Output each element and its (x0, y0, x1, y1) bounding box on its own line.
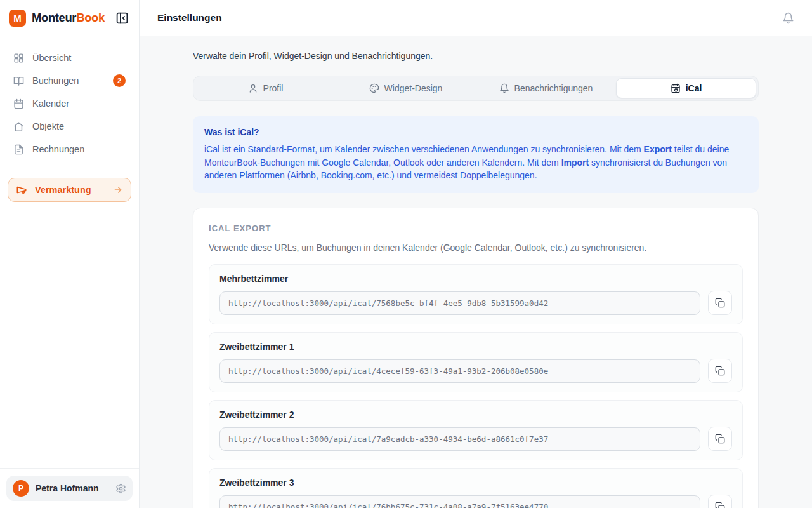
ical-url-input[interactable] (219, 291, 700, 315)
sidebar-nav: Übersicht Buchungen 2 Kalender Objekte (0, 36, 139, 202)
copy-icon (715, 434, 725, 444)
sidebar-collapse-button[interactable] (114, 10, 130, 26)
sidebar-footer: P Petra Hofmann (0, 468, 139, 508)
page-subtitle: Verwalte dein Profil, Widget-Design und … (193, 51, 759, 61)
copy-url-button[interactable] (708, 495, 732, 508)
settings-tabs: Profil Widget-Design Benachrichtigungen (193, 76, 759, 101)
room-row-zweibettzimmer-3: Zweibettzimmer 3 (209, 468, 743, 508)
tab-label: Benachrichtigungen (514, 83, 593, 93)
user-icon (248, 83, 258, 93)
copy-icon (715, 366, 725, 376)
bookings-count-badge: 2 (113, 74, 126, 87)
book-icon (13, 76, 24, 86)
room-row-zweibettzimmer-2: Zweibettzimmer 2 (209, 400, 743, 460)
invoice-icon (13, 144, 24, 155)
logo-mark: M (9, 10, 26, 27)
app-logo[interactable]: M MonteurBook (9, 10, 105, 27)
copy-url-button[interactable] (708, 427, 732, 451)
bell-icon (499, 83, 509, 93)
tab-profil[interactable]: Profil (195, 78, 336, 98)
logo-text: MonteurBook (32, 11, 105, 25)
sidebar-item-label: Rechnungen (32, 144, 84, 154)
tab-label: iCal (686, 83, 702, 93)
room-name: Zweibettzimmer 3 (219, 478, 732, 488)
tab-benachrichtigungen[interactable]: Benachrichtigungen (476, 78, 616, 98)
user-name: Petra Hofmann (36, 483, 99, 493)
palette-icon (369, 83, 379, 93)
gear-icon[interactable] (115, 483, 126, 494)
sidebar-item-kalender[interactable]: Kalender (8, 92, 131, 115)
home-icon (13, 121, 24, 132)
user-card[interactable]: P Petra Hofmann (6, 476, 133, 501)
tab-ical[interactable]: iCal (616, 78, 756, 98)
sidebar-item-buchungen[interactable]: Buchungen 2 (8, 69, 131, 92)
calendar-sync-icon (671, 83, 681, 93)
sidebar-item-label: Kalender (32, 98, 69, 109)
arrow-right-icon (113, 185, 123, 195)
grid-icon (13, 53, 24, 64)
room-url-list: Mehrbettzimmer Zwei (209, 264, 743, 508)
section-title: ICAL EXPORT (209, 224, 743, 233)
copy-url-button[interactable] (708, 291, 732, 315)
ical-url-input[interactable] (219, 359, 700, 383)
main-header: Einstellungen (140, 0, 812, 36)
sidebar-header: M MonteurBook (0, 0, 139, 36)
room-name: Zweibettzimmer 1 (219, 342, 732, 352)
ical-info-box: Was ist iCal? iCal ist ein Standard-Form… (193, 116, 759, 193)
tab-label: Widget-Design (384, 83, 443, 93)
bell-icon (782, 12, 794, 24)
sidebar-item-label: Buchungen (32, 76, 79, 86)
info-box-title: Was ist iCal? (204, 127, 747, 137)
notifications-button[interactable] (782, 12, 794, 24)
sidebar-item-label: Vermarktung (35, 185, 91, 195)
main-area: Einstellungen Verwalte dein Profil, Widg… (140, 0, 812, 508)
ical-url-input[interactable] (219, 427, 700, 451)
room-name: Mehrbettzimmer (219, 274, 732, 284)
sidebar-divider (8, 170, 131, 170)
room-row-zweibettzimmer-1: Zweibettzimmer 1 (209, 332, 743, 392)
panel-collapse-icon (115, 11, 129, 25)
ical-export-card: ICAL EXPORT Verwende diese URLs, um Buch… (193, 208, 759, 508)
info-box-body: iCal ist ein Standard-Format, um Kalende… (204, 143, 747, 182)
megaphone-icon (16, 184, 27, 196)
copy-icon (715, 502, 725, 508)
app-root: M MonteurBook Übersicht Buchungen (0, 0, 812, 508)
avatar: P (13, 480, 29, 497)
sidebar-item-rechnungen[interactable]: Rechnungen (8, 138, 131, 161)
page-title: Einstellungen (157, 12, 222, 23)
logo-text-secondary: Book (76, 11, 105, 24)
logo-text-primary: Monteur (32, 11, 76, 24)
tab-label: Profil (263, 83, 284, 93)
sidebar-item-objekte[interactable]: Objekte (8, 115, 131, 138)
sidebar: M MonteurBook Übersicht Buchungen (0, 0, 140, 508)
ical-url-input[interactable] (219, 495, 700, 508)
tab-widget-design[interactable]: Widget-Design (336, 78, 476, 98)
sidebar-item-label: Objekte (32, 121, 64, 131)
sidebar-item-uebersicht[interactable]: Übersicht (8, 46, 131, 69)
sidebar-item-label: Übersicht (32, 53, 71, 63)
calendar-icon (13, 98, 24, 109)
section-description: Verwende diese URLs, um Buchungen in dei… (209, 243, 743, 253)
sidebar-item-vermarktung[interactable]: Vermarktung (8, 178, 131, 202)
copy-icon (715, 298, 725, 308)
settings-content: Verwalte dein Profil, Widget-Design und … (140, 36, 812, 508)
copy-url-button[interactable] (708, 359, 732, 383)
room-name: Zweibettzimmer 2 (219, 410, 732, 420)
room-row-mehrbettzimmer: Mehrbettzimmer (209, 264, 743, 324)
